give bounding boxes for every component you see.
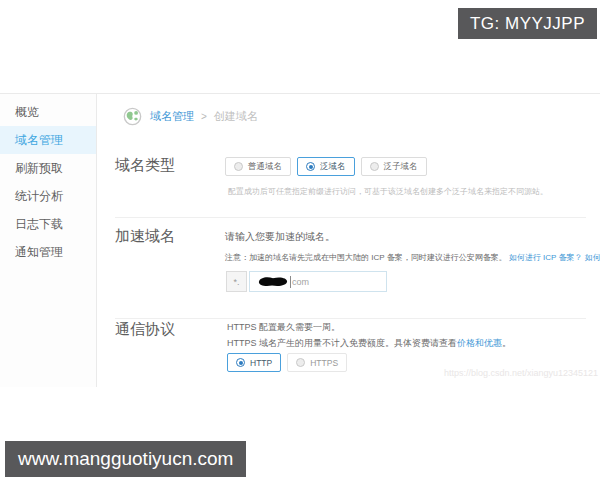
breadcrumb-domain-management[interactable]: 域名管理: [150, 109, 194, 124]
sidebar-item-statistics[interactable]: 统计分析: [0, 182, 96, 210]
radio-selected-icon: [236, 358, 245, 367]
radio-icon: [370, 162, 379, 171]
radio-label: 泛域名: [320, 161, 346, 173]
radio-option-normal-domain[interactable]: 普通域名: [225, 157, 291, 176]
text-caret: [290, 276, 291, 288]
radio-label: 普通域名: [248, 161, 282, 173]
console-panel: 概览 域名管理 刷新预取 统计分析 日志下载 通知管理 域名管理: [0, 93, 600, 387]
section-divider: [115, 217, 586, 218]
breadcrumb-separator: >: [201, 111, 207, 122]
radio-label: HTTPS: [310, 358, 338, 368]
protocol-label: 通信协议: [115, 320, 175, 339]
site-url-badge: www.mangguotiyucn.com: [5, 441, 246, 477]
billing-text-end: 。: [502, 338, 511, 348]
pricing-link[interactable]: 价格和优惠: [457, 338, 502, 348]
sidebar-item-refresh-prefetch[interactable]: 刷新预取: [0, 154, 96, 182]
radio-label: HTTP: [250, 358, 272, 368]
domain-suffix-text: com: [292, 277, 309, 287]
radio-icon: [234, 162, 243, 171]
radio-selected-icon: [306, 162, 315, 171]
notice-text: 注意：加速的域名请先完成在中国大陆的 ICP 备案，同时建议进行公安网备案。: [225, 253, 507, 262]
redacted-domain-scribble: [257, 275, 289, 288]
page: TG: MYYJJPP www.mangguotiyucn.com 概览 域名管…: [0, 0, 600, 480]
radio-option-wildcard-subdomain[interactable]: 泛子域名: [361, 157, 427, 176]
accel-domain-notice: 注意：加速的域名请先完成在中国大陆的 ICP 备案，同时建议进行公安网备案。 如…: [225, 252, 600, 263]
radio-option-http[interactable]: HTTP: [227, 353, 281, 372]
https-billing-text: HTTPS 域名产生的用量不计入免费额度。具体资费请查看价格和优惠。: [227, 337, 511, 350]
https-duration-text: HTTPS 配置最久需要一周。: [227, 321, 340, 334]
domain-input[interactable]: com: [249, 271, 387, 292]
sidebar-item-log-download[interactable]: 日志下载: [0, 210, 96, 238]
content-area: 域名管理 > 创建域名 域名类型 普通域名 泛域名 泛子域名: [98, 94, 600, 387]
sidebar-item-overview[interactable]: 概览: [0, 98, 96, 126]
police-filing-link[interactable]: 如何进行公安网: [585, 253, 600, 262]
breadcrumb: 域名管理 > 创建域名: [123, 107, 258, 126]
radio-icon: [296, 358, 305, 367]
section-divider: [115, 318, 586, 319]
domain-type-help-text: 配置成功后可任意指定前缀进行访问，可基于该泛域名创建多个泛子域名来指定不同源站。: [228, 186, 548, 197]
sidebar-item-notification[interactable]: 通知管理: [0, 238, 96, 266]
radio-label: 泛子域名: [384, 161, 418, 173]
globe-icon: [123, 107, 142, 126]
sidebar: 概览 域名管理 刷新预取 统计分析 日志下载 通知管理: [0, 94, 97, 387]
accel-domain-label: 加速域名: [115, 227, 175, 246]
billing-text: HTTPS 域名产生的用量不计入免费额度。具体资费请查看: [227, 338, 457, 348]
domain-type-options: 普通域名 泛域名 泛子域名: [225, 157, 433, 176]
radio-option-wildcard-domain[interactable]: 泛域名: [297, 157, 355, 176]
breadcrumb-create-domain: 创建域名: [214, 109, 258, 124]
radio-option-https[interactable]: HTTPS: [287, 353, 347, 372]
domain-input-row: *. com: [226, 271, 387, 292]
protocol-options: HTTP HTTPS: [227, 353, 353, 372]
sidebar-item-domain-management[interactable]: 域名管理: [0, 126, 96, 154]
domain-type-label: 域名类型: [115, 156, 175, 175]
faint-watermark: https://blog.csdn.net/xiangyu12345121: [444, 368, 598, 378]
wildcard-prefix-box: *.: [226, 271, 247, 292]
accel-domain-hint: 请输入您要加速的域名。: [225, 230, 335, 244]
icp-filing-link[interactable]: 如何进行 ICP 备案？: [509, 253, 583, 262]
tg-contact-badge: TG: MYYJJPP: [458, 8, 597, 39]
